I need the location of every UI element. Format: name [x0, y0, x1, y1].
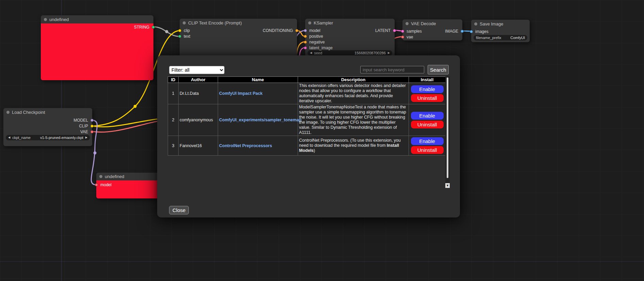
filter-select[interactable]: Filter: all: [169, 66, 225, 74]
node-vae-decode[interactable]: VAE Decode samples IMAGE vae: [402, 19, 462, 40]
widget-value: ComfyUI: [510, 36, 525, 40]
latent-output-port[interactable]: [393, 29, 396, 32]
clip-input-port[interactable]: [178, 29, 181, 32]
extension-author: Fannovel16: [179, 136, 218, 156]
install-cell: Enable Uninstall: [409, 136, 446, 156]
scroll-down-arrow-icon[interactable]: ▼: [445, 183, 450, 188]
node-ksampler[interactable]: KSampler model LATENT positive negative …: [305, 19, 395, 57]
slot-label: images: [475, 29, 489, 34]
search-button[interactable]: Search: [428, 65, 449, 74]
extension-link[interactable]: ComfyUI_experiments/sampler_tonemap: [219, 118, 301, 122]
increment-arrow-icon[interactable]: ▶: [388, 50, 390, 56]
search-input[interactable]: [360, 66, 424, 73]
extension-id: 1: [168, 83, 179, 104]
scrollbar-thumb[interactable]: [447, 77, 448, 178]
scrollbar[interactable]: ▼: [445, 76, 450, 188]
extension-link[interactable]: ComfyUI Impact Pack: [219, 91, 263, 96]
widget-label: filename_prefix: [476, 36, 501, 40]
slot-row: vae: [402, 34, 462, 40]
extension-author: comfyanonymous: [179, 104, 218, 136]
node-header[interactable]: Save Image: [471, 20, 530, 28]
next-arrow-icon[interactable]: ▶: [85, 135, 87, 140]
slot-label: STRING: [134, 25, 149, 30]
slot-label: model: [100, 182, 112, 187]
slot-row: text: [180, 33, 297, 39]
extension-description: ModelSamplerTonemapNoiseTest a node that…: [298, 104, 409, 136]
model-input-port[interactable]: [95, 183, 98, 186]
slot-label: LATENT: [375, 28, 391, 33]
enable-button[interactable]: Enable: [411, 112, 444, 120]
slot-label: text: [184, 34, 190, 39]
node-clip-text-encode[interactable]: CLIP Text Encode (Prompt) clip CONDITION…: [180, 19, 297, 59]
seed-widget[interactable]: ◀ seed 156680208700286 ▶: [308, 50, 392, 56]
uninstall-button[interactable]: Uninstall: [411, 146, 444, 154]
node-title: VAE Decode: [411, 21, 436, 26]
collapse-dot-icon[interactable]: [308, 21, 311, 24]
wire-midpoint-dot: [165, 30, 168, 33]
slot-row: CLIP: [3, 123, 92, 129]
node-header[interactable]: VAE Decode: [402, 19, 462, 28]
node-title: undefined: [49, 17, 69, 22]
close-button[interactable]: Close: [169, 206, 189, 214]
node-body: samples IMAGE vae: [402, 28, 462, 40]
positive-input-port[interactable]: [304, 35, 307, 38]
collapse-dot-icon[interactable]: [474, 22, 477, 25]
node-body: model LATENT positive negative latent_im…: [305, 27, 395, 51]
collapse-dot-icon[interactable]: [406, 22, 409, 25]
header-id: ID: [168, 77, 179, 83]
node-title: Save Image: [480, 21, 503, 27]
extension-id: 3: [168, 136, 179, 156]
string-output-port[interactable]: [152, 25, 155, 29]
latent-image-input-port[interactable]: [304, 46, 307, 49]
node-load-checkpoint[interactable]: Load Checkpoint MODEL CLIP VAE ◀ ckpt_na…: [3, 108, 92, 146]
filename-prefix-widget[interactable]: filename_prefix ComfyUI: [474, 35, 527, 40]
model-input-port[interactable]: [304, 29, 307, 32]
ckpt-name-widget[interactable]: ◀ ckpt_name v1-5-pruned-emaonly.ckpt ▶: [6, 135, 90, 140]
uninstall-button[interactable]: Uninstall: [411, 94, 444, 102]
extension-table: ID Author Name Description Install 1 Dr.…: [168, 76, 446, 156]
slot-row: model LATENT: [305, 28, 395, 33]
node-header[interactable]: CLIP Text Encode (Prompt): [180, 19, 297, 27]
prev-arrow-icon[interactable]: ◀: [8, 135, 10, 140]
extension-link[interactable]: ControlNet Preprocessors: [219, 143, 272, 148]
vae-input-port[interactable]: [401, 35, 404, 38]
slot-row: latent_image: [305, 45, 395, 51]
extension-row: 3 Fannovel16 ControlNet Preprocessors Co…: [168, 136, 446, 156]
extension-id: 2: [168, 104, 179, 136]
widget-label: ckpt_name: [12, 136, 31, 140]
samples-input-port[interactable]: [401, 30, 404, 33]
wire-midpoint-dot: [94, 152, 97, 155]
collapse-dot-icon[interactable]: [99, 175, 102, 178]
images-input-port[interactable]: [470, 30, 473, 33]
graph-canvas[interactable]: undefined STRING CLIP Text Encode (Promp…: [0, 0, 644, 281]
uninstall-button[interactable]: Uninstall: [411, 121, 444, 128]
clip-output-port[interactable]: [90, 124, 94, 127]
node-body: images filename_prefix ComfyUI: [471, 28, 530, 34]
header-install: Install: [409, 77, 446, 83]
table-header-row: ID Author Name Description Install: [168, 77, 446, 83]
extension-row: 1 Dr.Lt.Data ComfyUI Impact Pack This ex…: [168, 83, 446, 104]
node-title: KSampler: [314, 20, 333, 25]
node-header[interactable]: undefined: [41, 15, 153, 23]
collapse-dot-icon[interactable]: [44, 18, 47, 21]
image-output-port[interactable]: [461, 30, 464, 33]
conditioning-output-port[interactable]: [295, 29, 298, 32]
negative-input-port[interactable]: [304, 40, 307, 43]
node-header[interactable]: Load Checkpoint: [3, 108, 92, 116]
enable-button[interactable]: Enable: [411, 85, 444, 93]
node-header[interactable]: KSampler: [305, 19, 395, 27]
enable-button[interactable]: Enable: [411, 137, 444, 145]
collapse-dot-icon[interactable]: [6, 111, 10, 114]
text-input-port[interactable]: [178, 35, 181, 38]
node-undefined-top[interactable]: undefined STRING: [41, 15, 153, 80]
decrement-arrow-icon[interactable]: ◀: [310, 50, 312, 56]
header-name: Name: [218, 77, 298, 83]
model-output-port[interactable]: [90, 119, 94, 122]
extension-description: This extension offers various detector n…: [298, 83, 409, 104]
slot-label: CONDITIONING: [263, 28, 293, 33]
node-body: clip CONDITIONING text: [180, 27, 297, 39]
node-save-image[interactable]: Save Image images filename_prefix ComfyU…: [471, 20, 530, 42]
node-title: Load Checkpoint: [12, 110, 45, 115]
vae-output-port[interactable]: [90, 130, 94, 133]
collapse-dot-icon[interactable]: [183, 21, 186, 24]
